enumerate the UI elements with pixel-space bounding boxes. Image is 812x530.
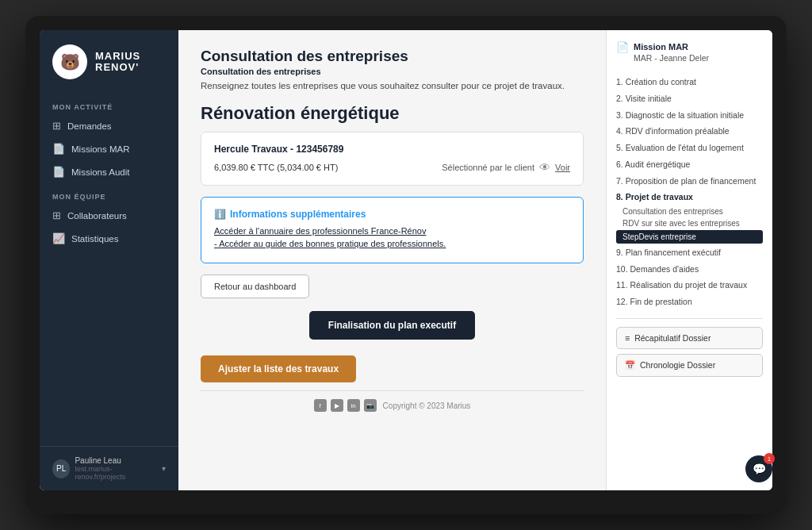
footer-user: Pauline Leau [75, 456, 157, 465]
section-activite-label: MON ACTIVITÉ [40, 94, 178, 114]
sidebar-item-missions-mar[interactable]: 📄 Missions MAR [40, 137, 178, 160]
mission-name: MAR - Jeanne Deler [634, 53, 709, 63]
nav-step-1[interactable]: 1. Création du contrat [616, 74, 763, 90]
nav-step-5[interactable]: 5. Evaluation de l'état du logement [616, 140, 763, 156]
nav-step-10[interactable]: 10. Demandes d'aides [616, 261, 763, 278]
demandes-icon: ⊞ [52, 120, 61, 132]
enterprise-card: Hercule Travaux - 123456789 6,039.80 € T… [201, 132, 584, 186]
section-equipe-label: MON ÉQUIPE [40, 183, 178, 204]
page-title: Consultation des entreprises [201, 48, 584, 65]
main-content: Consultation des entreprises Consultatio… [178, 30, 606, 490]
statistiques-icon: 📈 [52, 232, 65, 244]
voir-link[interactable]: Voir [555, 163, 570, 172]
sidebar-footer: PL Pauline Leau test.marius-renov.fr/pro… [40, 446, 178, 490]
sidebar-item-demandes[interactable]: ⊞ Demandes [40, 114, 178, 137]
statistiques-label: Statistiques [71, 234, 118, 244]
sidebar: 🐻 MARIUS RENOV' MON ACTIVITÉ ⊞ Demandes … [40, 30, 178, 490]
mission-header: 📄 Mission MAR MAR - Jeanne Deler [616, 41, 763, 63]
eye-icon: 👁 [539, 161, 550, 174]
mission-title: Mission MAR [634, 41, 709, 53]
mission-doc-icon: 📄 [616, 41, 629, 53]
nav-step-6[interactable]: 6. Audit énergétique [616, 156, 763, 173]
right-panel: 📄 Mission MAR MAR - Jeanne Deler 1. Créa… [606, 30, 772, 490]
page-description: Renseignez toutes les entreprises que vo… [201, 81, 584, 90]
nav-step-2[interactable]: 2. Visite initiale [616, 90, 763, 107]
chat-bubble[interactable]: 💬 1 [745, 455, 772, 482]
linkedin-icon: in [347, 399, 360, 412]
calendar-icon: 📅 [625, 360, 635, 371]
nav-step-12[interactable]: 12. Fin de prestation [616, 294, 763, 310]
instagram-icon: 📷 [364, 399, 377, 412]
sidebar-item-collaborateurs[interactable]: ⊞ Collaborateurs [40, 204, 178, 227]
section-heading: Rénovation énergétique [201, 103, 584, 124]
nav-step-3[interactable]: 3. Diagnostic de la situation initiale [616, 107, 763, 124]
enterprise-price: 6,039.80 € TTC (5,034.00 € HT) [214, 163, 338, 172]
chevron-down-icon[interactable]: ▾ [162, 464, 166, 473]
missions-audit-icon: 📄 [52, 166, 65, 178]
info-icon: ℹ️ [214, 209, 226, 220]
missions-mar-label: Missions MAR [71, 144, 129, 154]
logo-area: 🐻 MARIUS RENOV' [40, 30, 178, 94]
social-icons: f ▶ in 📷 [314, 399, 377, 412]
nav-sub-stepdevis[interactable]: StepDevis entreprise [616, 230, 763, 244]
recap-dossier-button[interactable]: ≡ Récapitulatif Dossier [616, 327, 763, 349]
info-box-title: ℹ️ Informations supplémentaires [214, 209, 570, 220]
chat-badge: 1 [764, 453, 775, 464]
nav-steps: 1. Création du contrat 2. Visite initial… [616, 74, 763, 309]
youtube-icon: ▶ [331, 399, 343, 412]
ajuster-travaux-button[interactable]: Ajuster la liste des travaux [201, 355, 356, 382]
enterprise-name: Hercule Travaux - 123456789 [214, 144, 570, 155]
nav-sub-rdv[interactable]: RDV sur site avec les entreprises [616, 217, 763, 229]
logo-icon: 🐻 [52, 44, 87, 79]
retour-dashboard-button[interactable]: Retour au dashboard [201, 275, 309, 298]
info-link-annuaire[interactable]: Accéder à l'annuaire des professionnels … [214, 226, 570, 236]
enterprise-selected-label: Sélectionné par le client [442, 163, 534, 172]
nav-step-8[interactable]: 8. Projet de travaux [616, 189, 763, 205]
demandes-label: Demandes [67, 121, 112, 131]
nav-sub-consultation[interactable]: Consultation des entreprises [616, 205, 763, 217]
nav-step-9[interactable]: 9. Plan financement exécutif [616, 244, 763, 261]
missions-audit-label: Missions Audit [71, 167, 130, 177]
collaborateurs-icon: ⊞ [52, 209, 61, 221]
chrono-dossier-button[interactable]: 📅 Chronologie Dossier [616, 354, 763, 377]
finalisation-button[interactable]: Finalisation du plan executif [309, 311, 475, 340]
info-link-guide[interactable]: - Accéder au guide des bonnes pratique d… [214, 239, 570, 248]
nav-step-4[interactable]: 4. RDV d'information préalable [616, 123, 763, 140]
collaborateurs-label: Collaborateurs [67, 211, 127, 221]
sidebar-item-missions-audit[interactable]: 📄 Missions Audit [40, 160, 178, 183]
info-box: ℹ️ Informations supplémentaires Accéder … [201, 197, 584, 263]
footer-copyright: Copyright © 2023 Marius [383, 401, 471, 410]
missions-mar-icon: 📄 [52, 143, 65, 155]
main-footer: f ▶ in 📷 Copyright © 2023 Marius [201, 390, 584, 412]
facebook-icon: f [314, 399, 327, 412]
footer-url: test.marius-renov.fr/projects [75, 465, 157, 481]
nav-step-11[interactable]: 11. Réalisation du projet de travaux [616, 277, 763, 294]
separator [616, 318, 763, 319]
footer-avatar: PL [52, 459, 70, 478]
nav-step-7[interactable]: 7. Proposition de plan de financement [616, 173, 763, 190]
list-icon: ≡ [625, 333, 630, 343]
page-subtitle: Consultation des entreprises [201, 67, 584, 76]
logo-name: MARIUS RENOV' [95, 51, 166, 74]
sidebar-item-statistiques[interactable]: 📈 Statistiques [40, 227, 178, 250]
